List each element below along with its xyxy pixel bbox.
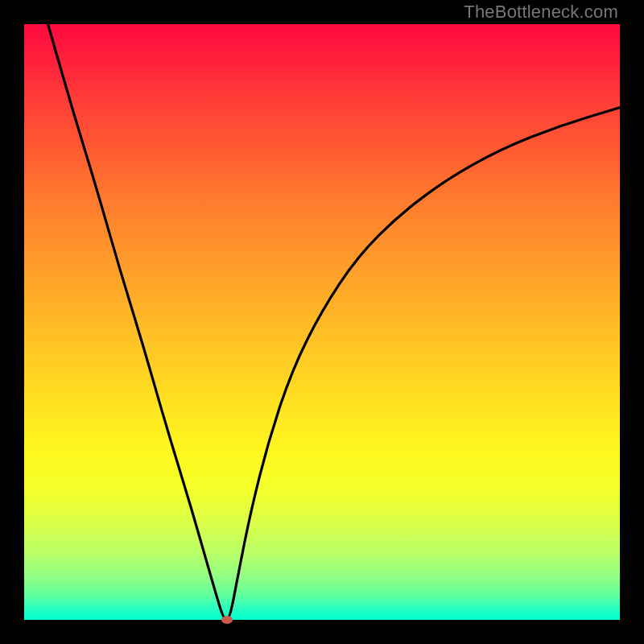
minimum-marker-dot bbox=[221, 616, 233, 624]
watermark-text: TheBottleneck.com bbox=[464, 2, 618, 23]
outer-frame: TheBottleneck.com bbox=[0, 0, 644, 644]
chart-plot-area bbox=[24, 24, 620, 620]
bottleneck-curve bbox=[24, 24, 620, 620]
